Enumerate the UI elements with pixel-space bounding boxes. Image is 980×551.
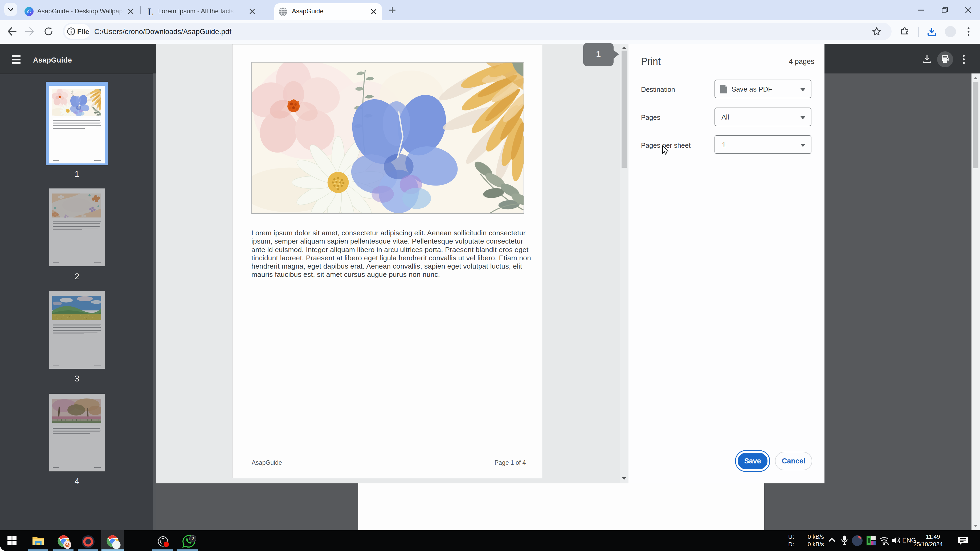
svg-text:2: 2 — [191, 536, 194, 541]
svg-text:C: C — [27, 8, 31, 14]
